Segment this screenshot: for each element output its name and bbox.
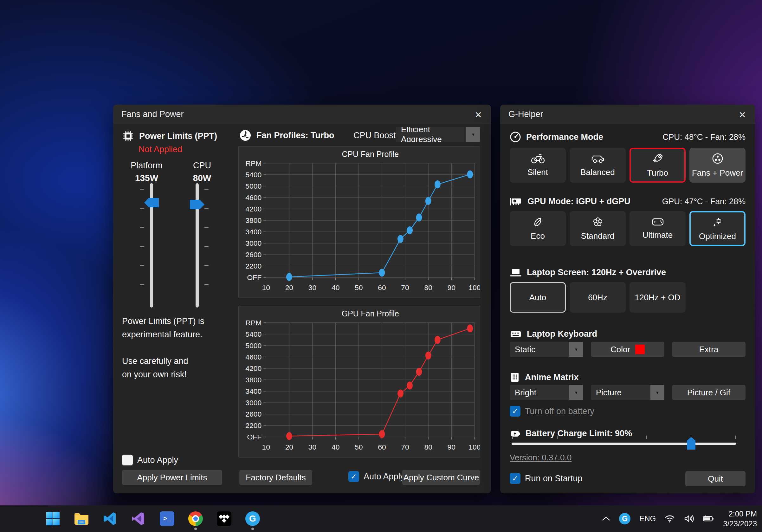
- screen-auto-button[interactable]: Auto: [510, 282, 566, 313]
- fans-power-button[interactable]: Fans + Power: [689, 148, 745, 183]
- chevron-down-icon[interactable]: ▼: [466, 127, 480, 142]
- svg-text:2600: 2600: [245, 410, 262, 418]
- silent-mode-button[interactable]: Silent: [510, 148, 566, 183]
- matrix-controls: Bright ▼ Picture ▼ Picture / Gif: [510, 385, 745, 400]
- cpu-slider-thumb[interactable]: [190, 200, 204, 209]
- chevron-down-icon[interactable]: ▼: [650, 385, 664, 400]
- turbo-mode-button[interactable]: Turbo: [630, 148, 686, 183]
- eco-mode-button[interactable]: Eco: [510, 211, 566, 246]
- svg-text:3000: 3000: [245, 239, 262, 247]
- picture-gif-button[interactable]: Picture / Gif: [672, 385, 745, 400]
- gpu-heading: GPU Mode: iGPU + dGPU: [527, 196, 631, 206]
- g-helper-taskbar-button[interactable]: G: [245, 511, 261, 527]
- keyboard-icon: [510, 330, 522, 338]
- version-link[interactable]: Version: 0.37.0.0: [510, 453, 572, 463]
- vscode-button[interactable]: [102, 511, 118, 527]
- leaf-icon: [533, 216, 543, 227]
- platform-slider-thumb[interactable]: [144, 198, 159, 207]
- cpu-boost-dropdown[interactable]: Efficient Aggressive ▼: [396, 127, 480, 142]
- tray-time: 2:00 PM: [723, 509, 757, 519]
- visual-studio-button[interactable]: [130, 511, 146, 527]
- g-helper-tray-icon[interactable]: G: [619, 513, 631, 524]
- chrome-button[interactable]: [188, 511, 203, 527]
- battery-slider-ticks: [512, 436, 736, 439]
- keyboard-extra-button[interactable]: Extra: [672, 342, 745, 357]
- turn-off-on-battery-label: Turn off on battery: [525, 407, 594, 416]
- g-helper-icon: G: [245, 511, 260, 526]
- matrix-mode-dropdown[interactable]: Picture ▼: [591, 385, 664, 400]
- matrix-brightness-dropdown[interactable]: Bright ▼: [510, 385, 583, 400]
- keyboard-controls: Static ▼ Color Extra: [510, 342, 745, 357]
- apply-power-limits-button[interactable]: Apply Power Limits: [122, 470, 222, 485]
- clock[interactable]: 2:00 PM 3/23/2023: [723, 509, 757, 528]
- keyboard-color-button[interactable]: Color: [591, 342, 664, 357]
- file-explorer-button[interactable]: [74, 511, 89, 527]
- balanced-mode-button[interactable]: Balanced: [570, 148, 626, 183]
- terminal-button[interactable]: >_: [159, 511, 175, 527]
- chevron-down-icon[interactable]: ▼: [569, 385, 583, 400]
- run-on-startup-label: Run on Startup: [525, 474, 582, 484]
- quit-button[interactable]: Quit: [685, 471, 745, 486]
- language-indicator[interactable]: ENG: [639, 514, 656, 523]
- battery-slider-thumb[interactable]: [687, 437, 695, 450]
- keyboard-heading-row: Laptop Keyboard: [510, 329, 745, 339]
- apply-custom-curve-button[interactable]: Apply Custom Curve: [402, 470, 480, 485]
- svg-text:40: 40: [332, 283, 340, 292]
- ultimate-mode-button[interactable]: Ultimate: [630, 211, 686, 246]
- svg-text:4200: 4200: [245, 364, 262, 372]
- battery-icon[interactable]: [703, 515, 714, 522]
- keyboard-mode-dropdown[interactable]: Static ▼: [510, 342, 583, 357]
- fans-and-power-window: Fans and Power ✕ Power Limits (PPT) Not …: [113, 105, 491, 493]
- svg-text:3400: 3400: [245, 387, 262, 395]
- cpu-boost-value: Efficient Aggressive: [396, 127, 466, 142]
- standard-mode-button[interactable]: Standard: [570, 211, 626, 246]
- platform-slider[interactable]: [150, 183, 153, 308]
- chrome-icon: [188, 511, 203, 526]
- screen-120hz-od-button[interactable]: 120Hz + OD: [630, 282, 686, 313]
- curve-auto-apply-checkbox[interactable]: ✓: [348, 471, 359, 482]
- svg-text:30: 30: [308, 443, 316, 451]
- cpu-boost-label: CPU Boost: [353, 131, 396, 140]
- performance-buttons: Silent Balanced Turbo: [510, 148, 745, 183]
- fans-window-titlebar[interactable]: Fans and Power: [113, 105, 491, 124]
- cpu-slider[interactable]: [195, 183, 199, 308]
- power-limits-heading-row: Power Limits (PPT): [122, 130, 217, 142]
- chevron-down-icon[interactable]: ▼: [569, 342, 583, 357]
- windows-start-icon: [46, 511, 60, 526]
- g-helper-titlebar[interactable]: G-Helper: [500, 105, 755, 124]
- platform-slider-ticks: [140, 189, 144, 303]
- gear-sparkle-icon: [712, 216, 723, 228]
- color-swatch: [635, 344, 645, 354]
- volume-icon[interactable]: [684, 514, 694, 523]
- matrix-brightness-value: Bright: [510, 385, 569, 400]
- power-auto-apply-row: Auto Apply: [122, 455, 178, 465]
- system-tray: G ENG 2:00 PM 3/23/2023: [602, 505, 757, 532]
- svg-text:80: 80: [424, 283, 432, 292]
- start-button[interactable]: [45, 511, 61, 527]
- power-auto-apply-checkbox[interactable]: [122, 455, 133, 465]
- optimized-mode-button[interactable]: Optimized: [689, 211, 745, 246]
- screen-heading: Laptop Screen: 120Hz + Overdrive: [527, 267, 666, 277]
- check-icon: ✓: [512, 407, 518, 416]
- svg-text:4600: 4600: [245, 353, 262, 361]
- svg-text:4200: 4200: [245, 205, 262, 213]
- svg-text:90: 90: [448, 443, 455, 451]
- cpu-fan-profile-chart[interactable]: 102030405060708090100RPM5400500046004200…: [238, 146, 480, 298]
- keyboard-mode-value: Static: [510, 342, 569, 357]
- close-icon[interactable]: ✕: [473, 109, 484, 120]
- wifi-icon[interactable]: [665, 514, 675, 523]
- close-icon[interactable]: ✕: [737, 109, 748, 120]
- g-helper-title: G-Helper: [508, 110, 543, 119]
- gpu-fan-profile-chart[interactable]: 102030405060708090100RPM5400500046004200…: [238, 306, 480, 458]
- factory-defaults-button[interactable]: Factory Defaults: [239, 470, 312, 485]
- screen-60hz-button[interactable]: 60Hz: [570, 282, 626, 313]
- turn-off-on-battery-checkbox[interactable]: ✓: [510, 406, 520, 417]
- chevron-up-icon[interactable]: [602, 516, 610, 521]
- run-on-startup-checkbox[interactable]: ✓: [510, 473, 520, 484]
- battery-slider-track[interactable]: [511, 443, 736, 445]
- tidal-button[interactable]: [216, 511, 232, 527]
- platform-value: 135W: [135, 173, 158, 183]
- svg-text:GPU Fan Profile: GPU Fan Profile: [342, 309, 399, 318]
- battery-limit-slider[interactable]: [510, 436, 745, 455]
- svg-text:70: 70: [401, 283, 409, 292]
